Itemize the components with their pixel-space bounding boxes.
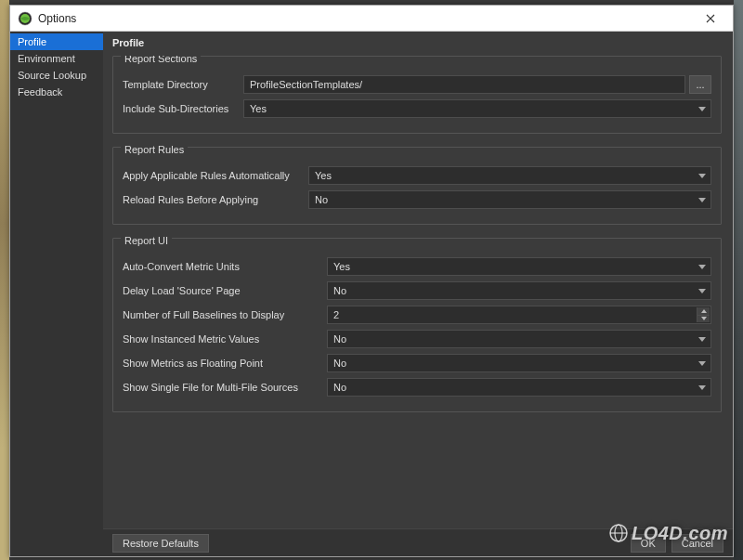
baselines-value: 2 xyxy=(333,309,339,320)
group-legend-sections: Report Sections xyxy=(121,56,201,64)
label-single-file: Show Single File for Multi-File Sources xyxy=(123,382,318,393)
spinner-down-button[interactable] xyxy=(697,315,710,323)
template-directory-input[interactable] xyxy=(243,75,685,94)
restore-defaults-button[interactable]: Restore Defaults xyxy=(112,534,209,553)
cancel-button[interactable]: Cancel xyxy=(671,534,723,553)
include-subdirs-select[interactable]: Yes xyxy=(243,99,711,118)
sidebar-item-feedback[interactable]: Feedback xyxy=(10,84,103,100)
page-title: Profile xyxy=(103,32,733,56)
group-legend-ui: Report UI xyxy=(121,235,172,246)
titlebar: Options xyxy=(10,6,733,32)
background-right xyxy=(734,0,743,560)
apply-auto-select[interactable]: Yes xyxy=(308,166,711,185)
sidebar-item-environment[interactable]: Environment xyxy=(10,50,103,67)
ok-button[interactable]: OK xyxy=(631,534,666,553)
label-reload-rules: Reload Rules Before Applying xyxy=(123,194,299,205)
group-report-sections: Report Sections Template Directory ... I… xyxy=(112,56,722,134)
spinner-up-button[interactable] xyxy=(697,307,710,315)
delay-source-select[interactable]: No xyxy=(327,281,711,300)
browse-button[interactable]: ... xyxy=(689,75,711,94)
instanced-select[interactable]: No xyxy=(327,330,711,348)
baselines-spinner[interactable]: 2 xyxy=(327,306,711,324)
group-report-rules: Report Rules Apply Applicable Rules Auto… xyxy=(112,147,722,225)
close-icon xyxy=(706,10,715,27)
chevron-up-icon xyxy=(701,309,707,313)
label-include-subdirs: Include Sub-Directories xyxy=(123,103,234,114)
group-legend-rules: Report Rules xyxy=(121,144,188,155)
single-file-value: No xyxy=(333,382,346,393)
apply-auto-value: Yes xyxy=(315,170,332,181)
auto-convert-value: Yes xyxy=(333,261,350,272)
group-report-ui: Report UI Auto-Convert Metric Units Yes … xyxy=(112,238,722,412)
sidebar-item-source-lookup[interactable]: Source Lookup xyxy=(10,67,103,84)
options-window: Options Profile Environment Source Looku… xyxy=(9,5,734,557)
include-subdirs-value: Yes xyxy=(250,103,267,114)
delay-source-value: No xyxy=(333,285,346,296)
footer: Restore Defaults OK Cancel xyxy=(103,528,733,556)
label-apply-auto: Apply Applicable Rules Automatically xyxy=(123,170,299,181)
label-auto-convert: Auto-Convert Metric Units xyxy=(123,261,318,272)
sidebar: Profile Environment Source Lookup Feedba… xyxy=(10,32,103,556)
close-button[interactable] xyxy=(692,6,729,31)
instanced-value: No xyxy=(333,333,346,345)
label-delay-source: Delay Load 'Source' Page xyxy=(123,285,318,296)
auto-convert-select[interactable]: Yes xyxy=(327,257,711,276)
app-icon xyxy=(18,11,33,26)
floating-value: No xyxy=(333,358,346,369)
label-instanced: Show Instanced Metric Values xyxy=(123,333,318,345)
background-left xyxy=(0,0,9,560)
label-baselines: Number of Full Baselines to Display xyxy=(123,309,318,320)
chevron-down-icon xyxy=(701,317,707,320)
floating-select[interactable]: No xyxy=(327,354,711,372)
reload-rules-value: No xyxy=(315,194,328,205)
label-template-directory: Template Directory xyxy=(123,79,234,90)
label-floating: Show Metrics as Floating Point xyxy=(123,358,318,369)
window-title: Options xyxy=(38,12,692,25)
sidebar-item-profile[interactable]: Profile xyxy=(10,33,103,50)
single-file-select[interactable]: No xyxy=(327,378,711,397)
reload-rules-select[interactable]: No xyxy=(308,190,711,209)
